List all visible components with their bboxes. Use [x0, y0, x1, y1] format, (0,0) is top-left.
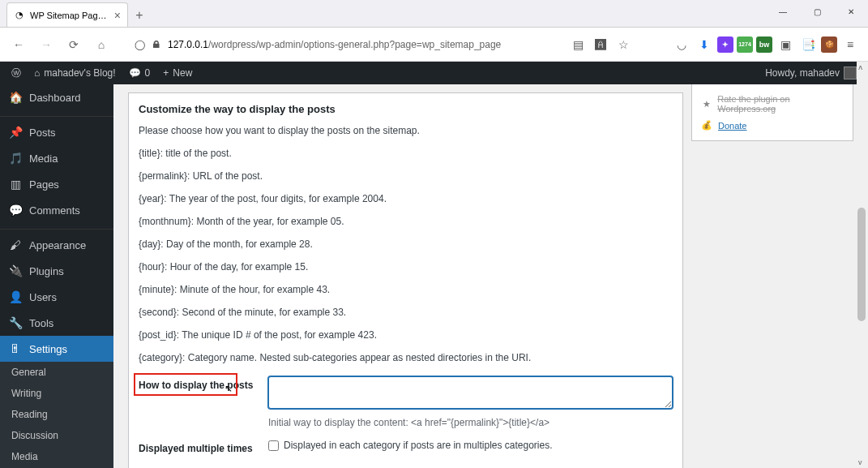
wordpress-icon: ⓦ [11, 67, 21, 80]
customize-posts-box: Customize the way to display the posts P… [128, 92, 683, 468]
hint-title: {title}: title of the post. [139, 146, 673, 161]
wrench-icon: 🔧 [8, 316, 23, 330]
wp-admin-bar: ⓦ ⌂mahadev's Blog! 💬0 +New Howdy, mahade… [0, 62, 868, 84]
scroll-thumb[interactable] [857, 208, 866, 321]
site-name-menu[interactable]: ⌂mahadev's Blog! [28, 62, 122, 84]
menu-settings[interactable]: 🎚Settings [0, 336, 113, 362]
window-close-button[interactable]: ✕ [834, 0, 868, 23]
donate-link[interactable]: Donate [718, 121, 746, 131]
new-tab-button[interactable]: + [128, 4, 151, 27]
submenu-media[interactable]: Media [0, 446, 113, 467]
menu-media[interactable]: 🎵Media [0, 145, 113, 171]
hint-monthnum: {monthnum}: Month of the year, for examp… [139, 214, 673, 229]
comments-menu[interactable]: 💬0 [122, 62, 157, 84]
browser-toolbar: ← → ⟳ ⌂ ◯ 🔒︎ 127.0.0.1/wordpress/wp-admi… [0, 28, 868, 62]
extension-icon[interactable]: ▣ [776, 35, 795, 54]
tab-title: WP Sitemap Page ‹ mahadev's [30, 11, 109, 20]
tab-favicon: ◔ [14, 10, 25, 21]
donate-icon: 💰 [700, 120, 713, 131]
extension-icon[interactable]: ✦ [717, 36, 733, 53]
reader-icon[interactable]: ▤ [568, 35, 588, 54]
extension-icon[interactable]: bw [756, 36, 772, 53]
menu-comments[interactable]: 💬Comments [0, 197, 113, 223]
back-button[interactable]: ← [8, 34, 29, 55]
pin-icon: 📌 [8, 125, 23, 140]
menu-icon[interactable]: ≡ [840, 35, 860, 54]
shield-icon: ◯ [135, 39, 145, 50]
main-content: ★ Rate the plugin on Wordpress.org 💰 Don… [113, 84, 868, 468]
pocket-icon[interactable]: ◡ [672, 35, 691, 54]
star-icon: ★ [700, 99, 712, 109]
plus-icon: + [163, 67, 169, 79]
settings-submenu: General Writing Reading Discussion Media… [0, 362, 113, 468]
submenu-writing[interactable]: Writing [0, 383, 113, 404]
brush-icon: 🖌 [8, 238, 23, 252]
new-content-menu[interactable]: +New [156, 62, 199, 84]
hint-second: {second}: Second of the minute, for exam… [139, 305, 673, 320]
admin-sidebar: 🏠Dashboard 📌Posts 🎵Media ▥Pages 💬Comment… [0, 84, 113, 468]
multiple-label: Displayed multiple times [139, 440, 268, 454]
meta-rate-row: ★ Rate the plugin on Wordpress.org [700, 91, 844, 117]
page-icon: ▥ [8, 177, 23, 191]
window-minimize-button[interactable]: — [766, 0, 800, 23]
media-icon: 🎵 [8, 151, 23, 165]
comment-icon: 💬 [129, 67, 141, 79]
meta-sidebar: ★ Rate the plugin on Wordpress.org 💰 Don… [691, 84, 853, 141]
scroll-up-icon[interactable]: ʌ [858, 63, 862, 71]
comment-icon: 💬 [8, 203, 23, 217]
reload-button[interactable]: ⟳ [63, 34, 84, 55]
rate-link[interactable]: Rate the plugin on Wordpress.org [717, 94, 844, 114]
menu-pages[interactable]: ▥Pages [0, 171, 113, 197]
scroll-down-icon[interactable]: v [858, 458, 862, 466]
user-icon: 👤 [8, 290, 23, 304]
menu-tools[interactable]: 🔧Tools [0, 310, 113, 336]
dashboard-icon: 🏠 [8, 90, 23, 105]
display-posts-textarea[interactable] [268, 376, 673, 409]
lock-icon: 🔒︎ [152, 39, 161, 50]
translate-icon[interactable]: 🅰 [591, 35, 610, 54]
home-icon: ⌂ [34, 67, 40, 79]
menu-plugins[interactable]: 🔌Plugins [0, 258, 113, 284]
section-heading: Customize the way to display the posts [139, 103, 673, 115]
submenu-general[interactable]: General [0, 362, 113, 383]
hint-permalink: {permalink}: URL of the post. [139, 169, 673, 183]
multiple-checkbox-row[interactable]: Displayed in each category if posts are … [268, 440, 673, 451]
forward-button[interactable]: → [36, 34, 57, 55]
display-posts-label: How to display the posts [139, 376, 268, 428]
submenu-discussion[interactable]: Discussion [0, 425, 113, 446]
menu-users[interactable]: 👤Users [0, 284, 113, 310]
wp-logo-menu[interactable]: ⓦ [5, 62, 28, 84]
avatar [844, 67, 857, 79]
plugin-icon: 🔌 [8, 264, 23, 278]
display-posts-help: Initial way to display the content: <a h… [268, 417, 673, 428]
hint-postid: {post_id}: The unique ID # of the post, … [139, 328, 673, 342]
extension-icon[interactable]: 1274 [737, 36, 753, 53]
scrollbar[interactable]: ʌ v [857, 62, 868, 468]
meta-donate-row: 💰 Donate [700, 117, 844, 134]
hint-year: {year}: The year of the post, four digit… [139, 191, 673, 206]
window-maximize-button[interactable]: ▢ [800, 0, 834, 23]
download-icon[interactable]: ⬇ [695, 35, 714, 54]
home-button[interactable]: ⌂ [91, 34, 112, 55]
hint-category: {category}: Category name. Nested sub-ca… [139, 350, 673, 365]
menu-posts[interactable]: 📌Posts [0, 119, 113, 145]
menu-appearance[interactable]: 🖌Appearance [0, 232, 113, 258]
menu-dashboard[interactable]: 🏠Dashboard [0, 84, 113, 110]
address-bar[interactable]: ◯ 🔒︎ 127.0.0.1/wordpress/wp-admin/option… [118, 39, 562, 50]
settings-icon: 🎚 [8, 341, 23, 356]
user-menu[interactable]: Howdy, mahadev [759, 67, 863, 79]
extension-icon[interactable]: 📑 [798, 35, 818, 54]
hint-minute: {minute}: Minute of the hour, for exampl… [139, 282, 673, 297]
tab-close-icon[interactable]: × [114, 9, 121, 22]
bookmark-star-icon[interactable]: ☆ [614, 35, 633, 54]
multiple-checkbox[interactable] [268, 440, 279, 451]
browser-tab-bar: ◔ WP Sitemap Page ‹ mahadev's × + — ▢ ✕ [0, 0, 868, 28]
intro-text: Please choose how you want to display th… [139, 123, 673, 138]
extension-icon[interactable]: 🍪 [821, 36, 837, 53]
submenu-reading[interactable]: Reading [0, 404, 113, 425]
browser-tab[interactable]: ◔ WP Sitemap Page ‹ mahadev's × [6, 2, 128, 27]
hint-hour: {hour}: Hour of the day, for example 15. [139, 260, 673, 274]
hint-day: {day}: Day of the month, for example 28. [139, 237, 673, 251]
